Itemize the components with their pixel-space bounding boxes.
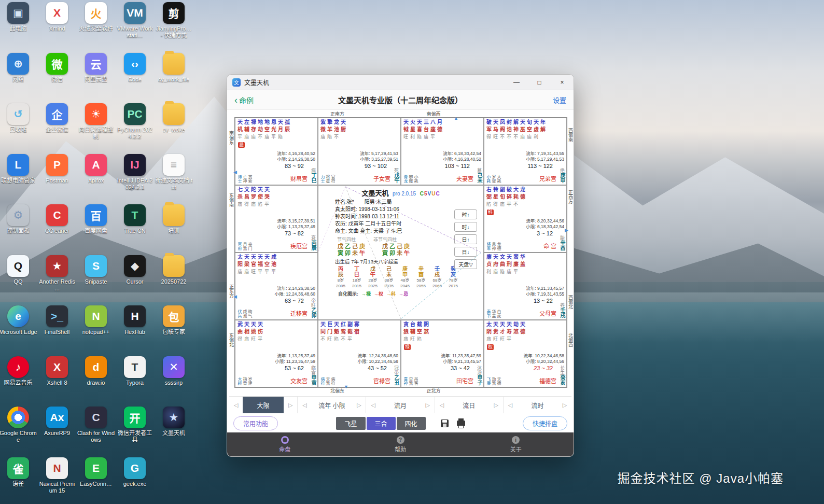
quick-chart-button[interactable]: 快捷排盘: [523, 416, 567, 430]
desktop-icon-trae-cn[interactable]: TTrae CN: [116, 204, 154, 253]
nav-tab-4[interactable]: 流时: [517, 397, 558, 413]
desktop-icon-cursor[interactable]: ◆Cursor: [116, 255, 154, 304]
desktop-icon-vscode[interactable]: ‹›Code: [116, 53, 154, 102]
desktop-icon-netease-music[interactable]: ♪网易云音乐: [0, 356, 37, 405]
palace-cell-you[interactable]: 右铃副破大龙弼星旬碎耗德陷得庙平不科流年: 8,20,32,44,56小限: 6…: [484, 185, 567, 253]
desktop-icon-navicat[interactable]: NNavicat Premium 15: [38, 457, 76, 504]
desktop-icon-snipaste[interactable]: SSnipaste: [77, 255, 115, 304]
desktop-icon-folder-20250722[interactable]: 20250722: [155, 255, 193, 304]
hour-up-button[interactable]: 时↑: [454, 209, 477, 219]
desktop-icon-network[interactable]: ⊕网络: [0, 53, 37, 102]
desktop-icon-new-text-doc[interactable]: ≡新建文本文档.txt: [155, 154, 193, 203]
palace-cell-mao[interactable]: 太天天天天咸阳梁官福空池庙庙旺平平平流年: 2,14,26,38,50小限: 1…: [235, 253, 318, 320]
palace-cell-chou[interactable]: 天巨天红副寡同门魁鸾截宿不旺陷不平流年: 12,24,36,48,60小限: 1…: [318, 320, 401, 387]
nav-tab-2[interactable]: 流月: [380, 397, 421, 413]
desktop-icon-google-chrome[interactable]: Google Chrome: [0, 407, 37, 455]
desktop-icon-wechat-devtools[interactable]: 开微信开发者工具: [116, 407, 154, 455]
desktop-icon-jianying-pro[interactable]: 剪JianyingPro… - 快捷方式: [155, 2, 193, 51]
desktop-icon-yuque[interactable]: 雀语雀: [0, 457, 37, 504]
mode-button-0[interactable]: 飞星: [336, 417, 365, 430]
nav-tab-3[interactable]: 流日: [449, 397, 490, 413]
desktop-icon-finalshell[interactable]: >_FinalShell: [38, 305, 76, 354]
desktop-icon-xmind[interactable]: XXmind: [38, 2, 76, 51]
desktop-icon-postman[interactable]: PPostman: [38, 154, 76, 203]
desktop-icon-qq[interactable]: QQQ: [0, 255, 37, 304]
desktop-icon-aliyun-drive[interactable]: 云阿里云盘: [77, 53, 115, 102]
nav-prev-button-3[interactable]: ◁: [435, 397, 449, 413]
desktop-icon-wenmo-tianji[interactable]: ★文墨天机: [155, 407, 193, 455]
nav-next-button-2[interactable]: ▷: [421, 397, 435, 413]
palace-cell-zi[interactable]: 贪台截阴狼辅空煞庙旺陷禄流年: 11,23,35,47,59小限: 9,21,3…: [401, 320, 484, 387]
bottom-tab-2[interactable]: i关于: [458, 432, 574, 456]
desktop-icon-ssssirp[interactable]: ✕ssssirp: [155, 356, 193, 405]
bottom-tab-0[interactable]: 命盘: [227, 432, 343, 456]
desktop-icon-geek-exe[interactable]: Ggeek.exe: [116, 457, 154, 504]
desktop-icon-typora[interactable]: TTypora: [116, 356, 154, 405]
desktop-icon-wechat[interactable]: 微微信: [38, 53, 76, 102]
dayun-column[interactable]: 癸亥78岁2075: [446, 266, 460, 289]
nav-next-button-3[interactable]: ▷: [490, 397, 503, 413]
nav-next-button-1[interactable]: ▷: [352, 397, 366, 413]
minimize-button[interactable]: —: [505, 75, 528, 90]
settings-button[interactable]: 设置: [553, 95, 566, 105]
desktop-icon-microsoft-edge[interactable]: eMicrosoft Edge: [0, 305, 37, 354]
nav-prev-button-4[interactable]: ◁: [504, 397, 517, 413]
day-up-button[interactable]: 日↑: [454, 234, 477, 244]
palace-cell-wu[interactable]: 紫擎龙天微羊池厨庙陷不流年: 5,17,29,41,53小限: 3,15,27,…: [318, 118, 401, 185]
palace-cell-xu[interactable]: 廉天文天蜚华贞府曲刑廉盖利庙陷庙平流年: 9,21,33,45,57小限: 7,…: [484, 253, 567, 320]
desktop-icon-apifox[interactable]: AApifox: [77, 154, 115, 203]
hour-down-button[interactable]: 时↓: [454, 222, 477, 232]
print-icon[interactable]: [457, 421, 465, 426]
nav-prev-button-1[interactable]: ◁: [298, 397, 311, 413]
desktop-icon-vmware-workstation[interactable]: VMVMware Workstati…: [116, 2, 154, 51]
dayun-column[interactable]: 庚申48岁2045: [398, 266, 412, 289]
dayun-column[interactable]: 己未38岁2035: [382, 266, 396, 289]
desktop-icon-baolian-expert[interactable]: 包包联专家: [155, 305, 193, 354]
nav-prev-button-0[interactable]: ◁: [229, 397, 243, 413]
tianpan-button[interactable]: 天盘▽: [454, 259, 477, 269]
dayun-column[interactable]: 丁巳18岁2015: [350, 266, 364, 289]
back-button[interactable]: ‹ 命例: [234, 95, 254, 105]
nav-tab-0[interactable]: 大限: [243, 397, 284, 413]
close-button[interactable]: ×: [551, 75, 574, 90]
desktop-icon-another-redis[interactable]: ★Another Redis …: [38, 255, 76, 304]
desktop-icon-drawio[interactable]: ddraw.io: [77, 356, 115, 405]
desktop-icon-wecom[interactable]: 企企业微信: [38, 103, 76, 152]
desktop-icon-clash-for-windows[interactable]: CClash for Windows: [77, 407, 115, 455]
desktop-icon-folder-cy-work-file[interactable]: cy_work_file: [155, 53, 193, 102]
desktop-icon-xshell8[interactable]: XXshell 8: [38, 356, 76, 405]
dayun-column[interactable]: 戊午28岁2025: [366, 266, 380, 289]
palace-cell-shen[interactable]: 破天凤封解天旬天年军马阁诰神巫空虚解得旺不不不庙庙利流年: 7,19,31,43…: [484, 118, 567, 185]
nav-next-button-4[interactable]: ▷: [558, 397, 571, 413]
bottom-tab-1[interactable]: ?帮助: [343, 432, 458, 456]
desktop-icon-folder-peixun[interactable]: 培训: [155, 204, 193, 253]
desktop-icon-lenovo-manager[interactable]: L联想电脑管家: [0, 154, 37, 203]
dayun-column[interactable]: 辛酉58岁2055: [414, 266, 428, 289]
palace-cell-yin[interactable]: 武天天天曲相姚伤得庙旺平流年: 1,13,25,37,49小限: 11,23,3…: [235, 320, 318, 387]
mode-button-2[interactable]: 四化: [397, 417, 426, 430]
desktop-icon-recycle-bin[interactable]: ↺回收站: [0, 103, 37, 152]
desktop-icon-hexhub[interactable]: HHexHub: [116, 305, 154, 354]
day-down-button[interactable]: 日↓: [454, 247, 477, 257]
desktop-icon-folder-cy-woke[interactable]: cy_woke: [155, 103, 193, 152]
desktop-icon-ccleaner[interactable]: CCCleaner: [38, 204, 76, 253]
nav-tab-1[interactable]: 流年 小限: [311, 397, 352, 413]
desktop-icon-notepad-plus-plus[interactable]: Nnotepad++: [77, 305, 115, 354]
desktop-icon-this-pc[interactable]: ▣此电脑: [0, 2, 37, 51]
desktop-icon-easyconn[interactable]: EEasyConn…: [77, 457, 115, 504]
desktop-icon-axure-rp9[interactable]: AxAxureRP9: [38, 407, 76, 455]
mode-button-1[interactable]: 三合: [367, 417, 396, 430]
desktop-icon-intellij-idea[interactable]: IJIntelliJ IDEA 2024.2.1: [116, 154, 154, 203]
nav-prev-button-2[interactable]: ◁: [366, 397, 380, 413]
maximize-button[interactable]: □: [528, 75, 551, 90]
dayun-column[interactable]: 丙辰8岁2005: [334, 266, 347, 289]
desktop-icon-baidu-netdisk[interactable]: 百百度网盘: [77, 204, 115, 253]
desktop-icon-huorong-security[interactable]: 火火绒安全软件: [77, 2, 115, 51]
desktop-icon-pycharm[interactable]: PCPyCharm 2024.2.2: [116, 103, 154, 152]
palace-cell-hai[interactable]: 太天天天劫天阴贵才寿煞德庙旺旺平权流年: 10,22,34,46,58小限: 8…: [484, 320, 567, 387]
nav-next-button-0[interactable]: ▷: [284, 397, 297, 413]
palace-cell-si[interactable]: 天左禄地地恩天孤机辅存劫空光月辰平庙庙不庙平陷忌流年: 4,16,28,40,5…: [235, 118, 318, 185]
dayun-column[interactable]: 壬戌68岁2065: [430, 266, 444, 289]
desktop-icon-sunlogin[interactable]: ☀向日葵远程控制: [77, 103, 115, 152]
save-icon[interactable]: [441, 419, 449, 427]
